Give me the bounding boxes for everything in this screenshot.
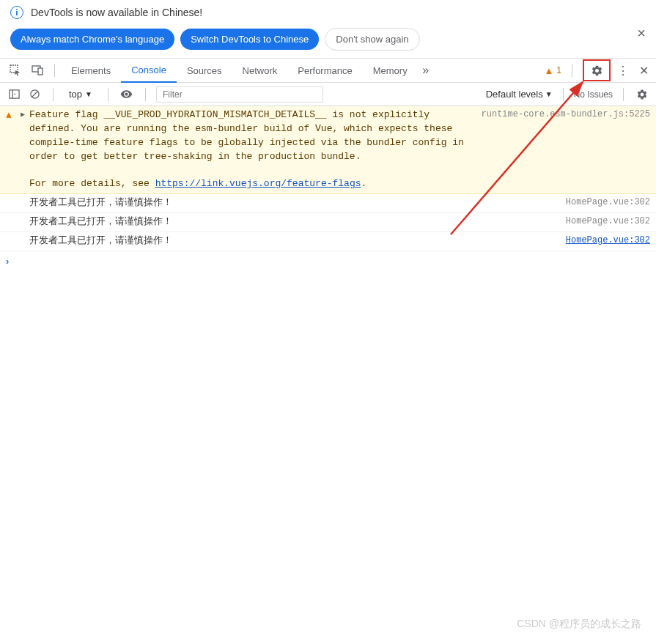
log-source[interactable]: HomePage.vue:302 [566, 215, 650, 228]
console-toolbar: top ▼ Default levels ▼ No Issues [0, 83, 656, 106]
warning-triangle-icon: ▲ [544, 65, 553, 76]
prompt-caret-icon: › [6, 256, 9, 267]
svg-line-6 [32, 92, 37, 97]
info-icon: i [10, 6, 23, 19]
language-info-bar: i DevTools is now available in Chinese! [0, 0, 656, 25]
issues-label[interactable]: No Issues [574, 89, 613, 100]
divider [53, 88, 54, 101]
more-tabs-icon[interactable]: » [418, 62, 434, 78]
console-body: ▲ ▶ Feature flag __VUE_PROD_HYDRATION_MI… [0, 106, 656, 271]
log-message: 开发者工具已打开，请谨慎操作！ [29, 215, 566, 229]
info-text: DevTools is now available in Chinese! [31, 7, 202, 18]
divider [108, 88, 108, 101]
log-row[interactable]: 开发者工具已打开，请谨慎操作！ HomePage.vue:302 [0, 194, 656, 213]
console-settings-gear-icon[interactable] [634, 86, 650, 103]
tab-console[interactable]: Console [121, 58, 177, 83]
levels-label: Default levels [486, 89, 543, 100]
chevron-down-icon: ▼ [545, 90, 553, 98]
divider [623, 88, 624, 101]
warning-icon: ▲ [6, 109, 18, 123]
log-source[interactable]: HomePage.vue:302 [566, 196, 650, 209]
kebab-menu-icon[interactable]: ⋮ [615, 62, 631, 78]
filter-input[interactable] [156, 86, 323, 103]
close-infobar-icon[interactable]: × [637, 25, 646, 42]
svg-rect-2 [38, 68, 43, 75]
tab-elements[interactable]: Elements [61, 58, 121, 83]
watermark: CSDN @程序员的成长之路 [517, 618, 641, 631]
log-row[interactable]: 开发者工具已打开，请谨慎操作！ HomePage.vue:302 [0, 213, 656, 232]
log-levels-selector[interactable]: Default levels ▼ [486, 89, 553, 100]
feature-flags-link[interactable]: https://link.vuejs.org/feature-flags [155, 178, 361, 189]
switch-chinese-button[interactable]: Switch DevTools to Chinese [180, 29, 319, 50]
settings-gear-icon[interactable] [589, 62, 605, 78]
context-selector[interactable]: top ▼ [64, 86, 97, 102]
clear-console-icon[interactable] [26, 86, 43, 103]
divider [145, 88, 146, 101]
log-message: 开发者工具已打开，请谨慎操作！ [29, 234, 566, 248]
always-match-button[interactable]: Always match Chrome's language [10, 29, 174, 50]
divider [572, 64, 572, 77]
inspect-element-icon[interactable] [7, 62, 23, 78]
close-devtools-icon[interactable]: ✕ [635, 62, 652, 78]
expand-arrow-icon[interactable]: ▶ [21, 110, 29, 121]
devtools-tabs-bar: Elements Console Sources Network Perform… [0, 58, 656, 83]
chevron-down-icon: ▼ [85, 90, 92, 98]
log-message: 开发者工具已打开，请谨慎操作！ [29, 196, 566, 210]
console-prompt[interactable]: › [0, 251, 656, 271]
tabs-right-group: ▲ 1 ⋮ ✕ [544, 59, 652, 81]
tab-network[interactable]: Network [232, 58, 288, 83]
device-toolbar-icon[interactable] [29, 62, 45, 78]
divider [54, 64, 55, 77]
warning-count-badge[interactable]: ▲ 1 [544, 65, 561, 76]
tab-sources[interactable]: Sources [177, 58, 232, 83]
dont-show-button[interactable]: Don't show again [325, 28, 419, 51]
log-row[interactable]: 开发者工具已打开，请谨慎操作！ HomePage.vue:302 [0, 232, 656, 251]
divider [563, 88, 564, 101]
settings-highlight-box [583, 59, 611, 81]
warning-count: 1 [556, 65, 561, 75]
log-source[interactable]: runtime-core.esm-bundler.js:5225 [482, 108, 650, 121]
log-message: Feature flag __VUE_PROD_HYDRATION_MISMAT… [29, 108, 482, 191]
tab-performance[interactable]: Performance [287, 58, 362, 83]
live-expression-icon[interactable] [119, 86, 135, 103]
sidebar-toggle-icon[interactable] [6, 86, 22, 103]
log-source-link[interactable]: HomePage.vue:302 [566, 234, 650, 247]
log-row-warning[interactable]: ▲ ▶ Feature flag __VUE_PROD_HYDRATION_MI… [0, 106, 656, 194]
context-label: top [69, 89, 82, 100]
tab-memory[interactable]: Memory [363, 58, 418, 83]
language-button-row: Always match Chrome's language Switch De… [0, 25, 656, 58]
